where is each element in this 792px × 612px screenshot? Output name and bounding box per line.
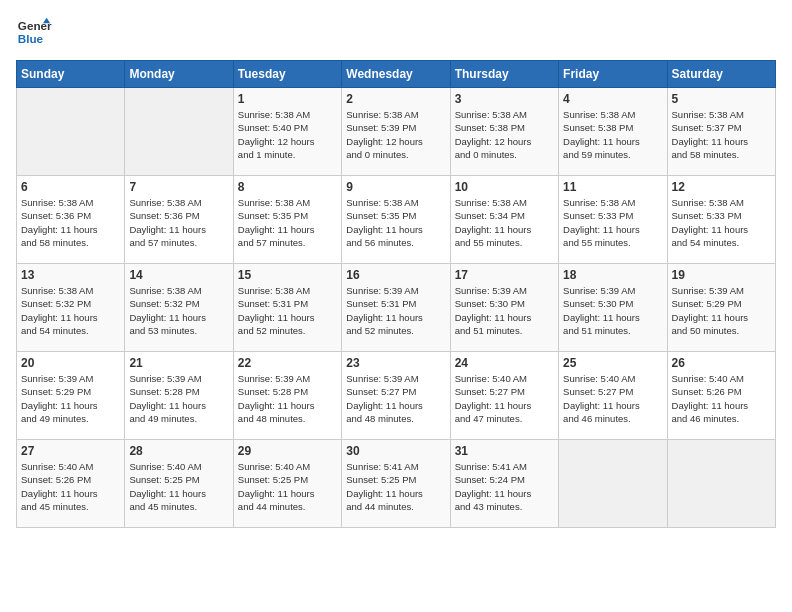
calendar-cell: 8Sunrise: 5:38 AM Sunset: 5:35 PM Daylig… <box>233 176 341 264</box>
page-header: General Blue <box>16 16 776 52</box>
day-info: Sunrise: 5:39 AM Sunset: 5:29 PM Dayligh… <box>672 284 771 337</box>
day-info: Sunrise: 5:38 AM Sunset: 5:36 PM Dayligh… <box>129 196 228 249</box>
day-info: Sunrise: 5:38 AM Sunset: 5:34 PM Dayligh… <box>455 196 554 249</box>
calendar-cell: 19Sunrise: 5:39 AM Sunset: 5:29 PM Dayli… <box>667 264 775 352</box>
day-number: 1 <box>238 92 337 106</box>
day-number: 10 <box>455 180 554 194</box>
calendar-cell: 27Sunrise: 5:40 AM Sunset: 5:26 PM Dayli… <box>17 440 125 528</box>
day-number: 24 <box>455 356 554 370</box>
day-info: Sunrise: 5:38 AM Sunset: 5:37 PM Dayligh… <box>672 108 771 161</box>
day-info: Sunrise: 5:38 AM Sunset: 5:31 PM Dayligh… <box>238 284 337 337</box>
calendar-cell: 3Sunrise: 5:38 AM Sunset: 5:38 PM Daylig… <box>450 88 558 176</box>
day-info: Sunrise: 5:38 AM Sunset: 5:38 PM Dayligh… <box>455 108 554 161</box>
day-number: 19 <box>672 268 771 282</box>
day-number: 28 <box>129 444 228 458</box>
calendar-cell: 31Sunrise: 5:41 AM Sunset: 5:24 PM Dayli… <box>450 440 558 528</box>
day-info: Sunrise: 5:39 AM Sunset: 5:31 PM Dayligh… <box>346 284 445 337</box>
day-info: Sunrise: 5:41 AM Sunset: 5:25 PM Dayligh… <box>346 460 445 513</box>
calendar-cell: 23Sunrise: 5:39 AM Sunset: 5:27 PM Dayli… <box>342 352 450 440</box>
calendar-cell: 24Sunrise: 5:40 AM Sunset: 5:27 PM Dayli… <box>450 352 558 440</box>
header-monday: Monday <box>125 61 233 88</box>
header-saturday: Saturday <box>667 61 775 88</box>
day-info: Sunrise: 5:39 AM Sunset: 5:30 PM Dayligh… <box>455 284 554 337</box>
calendar-cell: 13Sunrise: 5:38 AM Sunset: 5:32 PM Dayli… <box>17 264 125 352</box>
logo: General Blue <box>16 16 56 52</box>
day-number: 17 <box>455 268 554 282</box>
calendar-cell: 10Sunrise: 5:38 AM Sunset: 5:34 PM Dayli… <box>450 176 558 264</box>
calendar-cell: 2Sunrise: 5:38 AM Sunset: 5:39 PM Daylig… <box>342 88 450 176</box>
calendar-cell: 12Sunrise: 5:38 AM Sunset: 5:33 PM Dayli… <box>667 176 775 264</box>
calendar-cell: 11Sunrise: 5:38 AM Sunset: 5:33 PM Dayli… <box>559 176 667 264</box>
day-info: Sunrise: 5:38 AM Sunset: 5:32 PM Dayligh… <box>129 284 228 337</box>
day-info: Sunrise: 5:40 AM Sunset: 5:25 PM Dayligh… <box>238 460 337 513</box>
day-info: Sunrise: 5:39 AM Sunset: 5:30 PM Dayligh… <box>563 284 662 337</box>
day-info: Sunrise: 5:40 AM Sunset: 5:26 PM Dayligh… <box>21 460 120 513</box>
day-number: 20 <box>21 356 120 370</box>
day-info: Sunrise: 5:40 AM Sunset: 5:26 PM Dayligh… <box>672 372 771 425</box>
day-number: 26 <box>672 356 771 370</box>
calendar-cell <box>559 440 667 528</box>
header-thursday: Thursday <box>450 61 558 88</box>
day-number: 23 <box>346 356 445 370</box>
day-info: Sunrise: 5:38 AM Sunset: 5:32 PM Dayligh… <box>21 284 120 337</box>
day-number: 7 <box>129 180 228 194</box>
calendar-cell: 29Sunrise: 5:40 AM Sunset: 5:25 PM Dayli… <box>233 440 341 528</box>
calendar-cell: 7Sunrise: 5:38 AM Sunset: 5:36 PM Daylig… <box>125 176 233 264</box>
day-number: 5 <box>672 92 771 106</box>
calendar-cell: 1Sunrise: 5:38 AM Sunset: 5:40 PM Daylig… <box>233 88 341 176</box>
calendar-cell <box>667 440 775 528</box>
header-tuesday: Tuesday <box>233 61 341 88</box>
day-number: 13 <box>21 268 120 282</box>
day-info: Sunrise: 5:38 AM Sunset: 5:35 PM Dayligh… <box>346 196 445 249</box>
day-info: Sunrise: 5:40 AM Sunset: 5:27 PM Dayligh… <box>455 372 554 425</box>
calendar-cell: 18Sunrise: 5:39 AM Sunset: 5:30 PM Dayli… <box>559 264 667 352</box>
day-info: Sunrise: 5:38 AM Sunset: 5:35 PM Dayligh… <box>238 196 337 249</box>
day-number: 6 <box>21 180 120 194</box>
day-info: Sunrise: 5:38 AM Sunset: 5:40 PM Dayligh… <box>238 108 337 161</box>
day-number: 21 <box>129 356 228 370</box>
day-info: Sunrise: 5:39 AM Sunset: 5:29 PM Dayligh… <box>21 372 120 425</box>
day-number: 16 <box>346 268 445 282</box>
calendar-cell: 30Sunrise: 5:41 AM Sunset: 5:25 PM Dayli… <box>342 440 450 528</box>
day-number: 29 <box>238 444 337 458</box>
day-number: 27 <box>21 444 120 458</box>
week-row-3: 13Sunrise: 5:38 AM Sunset: 5:32 PM Dayli… <box>17 264 776 352</box>
calendar-cell: 26Sunrise: 5:40 AM Sunset: 5:26 PM Dayli… <box>667 352 775 440</box>
week-row-1: 1Sunrise: 5:38 AM Sunset: 5:40 PM Daylig… <box>17 88 776 176</box>
day-number: 2 <box>346 92 445 106</box>
day-info: Sunrise: 5:41 AM Sunset: 5:24 PM Dayligh… <box>455 460 554 513</box>
header-friday: Friday <box>559 61 667 88</box>
day-number: 31 <box>455 444 554 458</box>
day-info: Sunrise: 5:38 AM Sunset: 5:38 PM Dayligh… <box>563 108 662 161</box>
calendar-cell: 17Sunrise: 5:39 AM Sunset: 5:30 PM Dayli… <box>450 264 558 352</box>
day-number: 15 <box>238 268 337 282</box>
day-info: Sunrise: 5:38 AM Sunset: 5:36 PM Dayligh… <box>21 196 120 249</box>
day-number: 14 <box>129 268 228 282</box>
calendar-cell: 4Sunrise: 5:38 AM Sunset: 5:38 PM Daylig… <box>559 88 667 176</box>
day-info: Sunrise: 5:38 AM Sunset: 5:39 PM Dayligh… <box>346 108 445 161</box>
calendar-cell: 15Sunrise: 5:38 AM Sunset: 5:31 PM Dayli… <box>233 264 341 352</box>
calendar-cell: 16Sunrise: 5:39 AM Sunset: 5:31 PM Dayli… <box>342 264 450 352</box>
svg-text:Blue: Blue <box>18 32 44 45</box>
calendar-cell <box>125 88 233 176</box>
day-number: 18 <box>563 268 662 282</box>
day-info: Sunrise: 5:38 AM Sunset: 5:33 PM Dayligh… <box>563 196 662 249</box>
day-number: 3 <box>455 92 554 106</box>
day-number: 25 <box>563 356 662 370</box>
calendar-cell: 22Sunrise: 5:39 AM Sunset: 5:28 PM Dayli… <box>233 352 341 440</box>
calendar-cell: 20Sunrise: 5:39 AM Sunset: 5:29 PM Dayli… <box>17 352 125 440</box>
day-info: Sunrise: 5:39 AM Sunset: 5:28 PM Dayligh… <box>238 372 337 425</box>
calendar-cell <box>17 88 125 176</box>
day-number: 9 <box>346 180 445 194</box>
day-info: Sunrise: 5:38 AM Sunset: 5:33 PM Dayligh… <box>672 196 771 249</box>
day-number: 12 <box>672 180 771 194</box>
day-number: 8 <box>238 180 337 194</box>
day-info: Sunrise: 5:40 AM Sunset: 5:25 PM Dayligh… <box>129 460 228 513</box>
day-info: Sunrise: 5:40 AM Sunset: 5:27 PM Dayligh… <box>563 372 662 425</box>
week-row-2: 6Sunrise: 5:38 AM Sunset: 5:36 PM Daylig… <box>17 176 776 264</box>
calendar-cell: 5Sunrise: 5:38 AM Sunset: 5:37 PM Daylig… <box>667 88 775 176</box>
day-number: 22 <box>238 356 337 370</box>
day-number: 4 <box>563 92 662 106</box>
calendar-cell: 6Sunrise: 5:38 AM Sunset: 5:36 PM Daylig… <box>17 176 125 264</box>
calendar-cell: 14Sunrise: 5:38 AM Sunset: 5:32 PM Dayli… <box>125 264 233 352</box>
